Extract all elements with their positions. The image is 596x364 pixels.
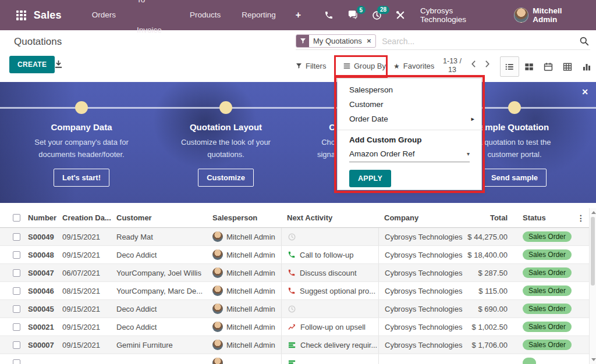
groupby-option-order-date[interactable]: Order Date ▸ — [338, 112, 481, 126]
header-number[interactable]: Number — [28, 208, 62, 227]
page-title: Quotations — [14, 36, 62, 48]
row-checkbox[interactable] — [13, 341, 20, 349]
table-row[interactable]: S00046 08/15/2021 YourCompany, Marc De..… — [0, 282, 589, 300]
quotations-list: Number Creation Da... Customer Salespers… — [0, 208, 589, 364]
step-dot-1 — [75, 101, 88, 114]
tasks-icon[interactable] — [288, 359, 296, 364]
star-icon: ★ — [393, 62, 400, 70]
app-name[interactable]: Sales — [34, 9, 62, 22]
main-menu: Orders To Invoice Products Reporting + — [81, 0, 310, 45]
chevron-down-icon: ▾ — [467, 151, 470, 157]
user-name: Mitchell Admin — [533, 6, 587, 24]
clock-icon[interactable] — [288, 305, 296, 313]
pager-next-icon[interactable] — [484, 60, 491, 68]
header-status[interactable]: Status — [512, 208, 573, 227]
create-button[interactable]: CREATE — [9, 56, 55, 73]
tasks-icon[interactable] — [288, 341, 296, 349]
lets-start-button[interactable]: Let's start! — [54, 169, 109, 187]
table-row[interactable]: S00021 09/15/2021 Deco Addict Mitchell A… — [0, 318, 589, 336]
control-panel-row: CREATE Filters Group By ★ Favorites 1-13… — [0, 52, 596, 81]
messages-icon[interactable]: 5 — [347, 10, 358, 20]
upsell-chart-icon[interactable] — [288, 323, 296, 331]
banner-close-icon[interactable]: ✕ — [581, 87, 588, 97]
table-row[interactable]: S00007 09/15/2021 Gemini Furniture Mitch… — [0, 336, 589, 354]
select-all-checkbox[interactable] — [13, 214, 20, 222]
table-row[interactable]: S00049 09/15/2021 Ready Mat Mitchell Adm… — [0, 228, 589, 246]
facet-remove-icon[interactable]: ✕ — [366, 38, 375, 44]
dropdown-divider — [338, 130, 481, 130]
search-icon[interactable] — [579, 36, 589, 46]
salesperson-avatar — [212, 286, 223, 296]
header-total[interactable]: Total — [463, 208, 512, 227]
apply-button[interactable]: APPLY — [349, 170, 391, 187]
header-next-activity[interactable]: Next Activity — [281, 208, 378, 227]
graph-view-button[interactable] — [577, 56, 596, 77]
header-creation-date[interactable]: Creation Da... — [62, 208, 116, 227]
table-row[interactable]: S00045 09/15/2021 Deco Addict Mitchell A… — [0, 300, 589, 318]
customize-button[interactable]: Customize — [198, 169, 254, 187]
clock-icon[interactable] — [288, 233, 296, 241]
row-checkbox[interactable] — [13, 251, 20, 259]
list-view-button[interactable] — [500, 56, 519, 77]
pager-total: 13 — [438, 66, 466, 74]
optional-columns-icon[interactable]: ⋮ — [577, 213, 585, 223]
header-customer[interactable]: Customer — [116, 208, 212, 227]
header-salesperson[interactable]: Salesperson — [212, 208, 281, 227]
selected-field: Amazon Order Ref — [349, 149, 415, 158]
user-menu[interactable]: Mitchell Admin — [514, 6, 587, 24]
send-sample-button[interactable]: Send sample — [483, 169, 547, 187]
menu-orders[interactable]: Orders — [81, 0, 126, 30]
groupby-option-salesperson[interactable]: Salesperson — [338, 83, 481, 97]
status-badge: Sales Order — [523, 249, 572, 260]
status-badge: Sales Order — [523, 304, 572, 314]
pager-prev-icon[interactable] — [470, 60, 477, 68]
row-checkbox[interactable] — [13, 287, 20, 295]
table-row-partial[interactable] — [0, 354, 589, 364]
row-checkbox[interactable] — [13, 269, 20, 277]
filters-button[interactable]: Filters — [296, 62, 326, 70]
plus-menu-icon[interactable]: + — [286, 10, 310, 20]
menu-reporting[interactable]: Reporting — [231, 0, 286, 30]
activities-clock-icon[interactable]: 28 — [372, 10, 382, 20]
group-by-button[interactable]: Group By — [343, 62, 386, 70]
scrollbar-thumb[interactable] — [591, 217, 595, 286]
group-by-label: Group By — [354, 62, 386, 70]
phone-icon[interactable] — [288, 287, 296, 295]
row-checkbox[interactable] — [13, 359, 20, 364]
phone-icon[interactable] — [288, 269, 296, 277]
row-checkbox[interactable] — [13, 323, 20, 331]
groupby-option-customer[interactable]: Customer — [338, 97, 481, 112]
step-dot-2 — [219, 101, 232, 114]
search-input[interactable] — [382, 37, 579, 46]
activities-count-badge: 28 — [377, 6, 389, 14]
kanban-view-button[interactable] — [519, 56, 538, 77]
export-download-icon[interactable] — [54, 60, 63, 69]
user-avatar — [514, 8, 528, 23]
row-checkbox[interactable] — [13, 233, 20, 241]
scroll-down-arrow[interactable] — [591, 358, 596, 361]
tools-icon[interactable] — [396, 10, 405, 20]
menu-to-invoice[interactable]: To Invoice — [126, 0, 179, 45]
header-company[interactable]: Company — [378, 208, 463, 227]
table-row[interactable]: S00048 09/15/2021 Deco Addict Mitchell A… — [0, 246, 589, 264]
pivot-view-button[interactable] — [558, 56, 577, 77]
phone-icon[interactable] — [288, 251, 296, 259]
salesperson-avatar — [212, 340, 223, 350]
favorites-button[interactable]: ★ Favorites — [393, 62, 434, 70]
menu-products[interactable]: Products — [179, 0, 231, 30]
salesperson-avatar — [212, 249, 223, 260]
custom-group-field-select[interactable]: Amazon Order Ref ▾ — [349, 149, 470, 162]
salesperson-avatar — [212, 322, 223, 332]
calendar-view-button[interactable] — [538, 56, 558, 77]
row-checkbox[interactable] — [13, 305, 20, 313]
table-row[interactable]: S00047 06/07/2021 YourCompany, Joel Will… — [0, 264, 589, 282]
search-bar: My Quotations ✕ — [296, 33, 590, 50]
scroll-up-arrow[interactable] — [591, 211, 596, 214]
company-switcher[interactable]: Cybrosys Technologies — [420, 6, 499, 24]
step-title: Company Data — [9, 122, 154, 132]
apps-menu-icon[interactable] — [16, 10, 26, 20]
phone-systray-icon[interactable] — [324, 10, 334, 20]
step-dot-4 — [508, 101, 521, 114]
list-scrollbar[interactable] — [589, 208, 596, 364]
top-navbar: Sales Orders To Invoice Products Reporti… — [0, 0, 596, 30]
